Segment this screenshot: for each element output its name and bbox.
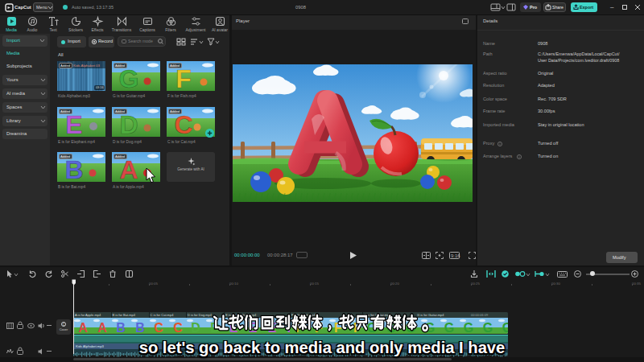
svg-text:9:16: 9:16 xyxy=(451,253,460,258)
svg-text:G: G xyxy=(502,320,508,334)
svg-text:C: C xyxy=(154,320,163,334)
svg-text:A: A xyxy=(97,320,107,334)
svg-text:G: G xyxy=(464,320,473,334)
svg-text:A: A xyxy=(78,320,88,334)
svg-text:G: G xyxy=(483,320,493,334)
svg-text:B: B xyxy=(64,155,83,184)
svg-text:G: G xyxy=(444,320,454,334)
svg-text:C: C xyxy=(174,110,192,139)
svg-text:D: D xyxy=(119,110,138,139)
svg-text:C: C xyxy=(173,320,183,334)
svg-text:B: B xyxy=(116,320,126,334)
svg-text:G: G xyxy=(119,64,139,93)
svg-text:E: E xyxy=(65,110,82,139)
svg-text:F: F xyxy=(175,64,192,93)
svg-text:B: B xyxy=(135,320,145,334)
svg-text:D: D xyxy=(191,320,200,334)
svg-text:A: A xyxy=(119,155,138,184)
